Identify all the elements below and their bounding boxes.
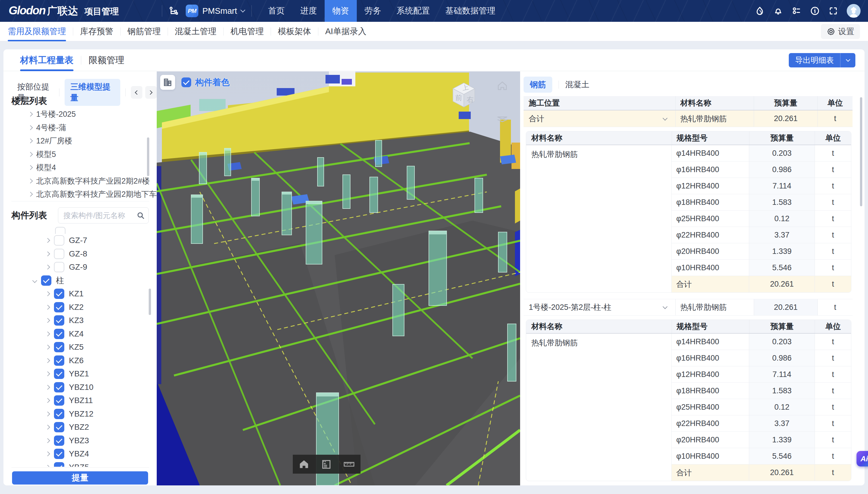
pmsmart-switcher[interactable]: PM PMSmart [186, 5, 244, 17]
chevron-right-icon[interactable] [28, 165, 33, 170]
chevron-right-icon[interactable] [28, 112, 33, 117]
chevron-right-icon[interactable] [45, 331, 50, 336]
mode-3d-model[interactable]: 三维模型提量 [64, 79, 120, 106]
floor-scrollbar[interactable] [147, 137, 149, 176]
chevron-right-icon[interactable] [45, 452, 50, 456]
chevron-right-icon[interactable] [45, 385, 50, 390]
next-page-button[interactable] [145, 86, 157, 99]
collapse-levels-icon[interactable] [496, 114, 509, 125]
floor-item[interactable]: 4号楼-蒲 [3, 121, 150, 135]
chevron-down-icon[interactable] [663, 116, 668, 120]
floor-item[interactable]: 模型4 [3, 161, 150, 174]
extract-quantity-button[interactable]: 提量 [12, 471, 148, 484]
chevron-down-icon[interactable] [663, 304, 668, 309]
component-item[interactable]: YBZ10 [3, 381, 153, 394]
checkbox-checked[interactable] [54, 422, 64, 432]
component-item[interactable]: YBZ11 [3, 394, 153, 407]
subnav-formwork[interactable]: 模板架体 [278, 22, 311, 41]
nav-item-progress[interactable]: 进度 [293, 0, 325, 22]
chevron-right-icon[interactable] [28, 125, 33, 130]
component-item[interactable]: YBZ12 [3, 407, 153, 421]
fullscreen-icon[interactable] [828, 6, 838, 16]
bell-icon[interactable] [773, 6, 783, 16]
chevron-right-icon[interactable] [28, 152, 33, 157]
bim-model-canvas[interactable] [157, 72, 520, 486]
properties-list-icon[interactable] [321, 459, 332, 470]
chevron-right-icon[interactable] [45, 238, 50, 243]
component-item[interactable]: YBZ5 [3, 461, 153, 467]
component-item[interactable]: GZ-7 [3, 234, 153, 247]
chevron-right-icon[interactable] [45, 398, 50, 403]
location-select[interactable]: 合计 [529, 114, 663, 124]
subnav-concrete[interactable]: 混凝土管理 [175, 22, 217, 41]
chevron-right-icon[interactable] [28, 138, 33, 144]
checkbox-checked[interactable] [54, 302, 64, 312]
component-item[interactable]: YBZ2 [3, 421, 153, 434]
component-item[interactable]: KZ3 [3, 314, 153, 327]
checkbox-checked[interactable] [54, 369, 64, 379]
floor-item[interactable]: 北京高新数字科技产业园2期地下车库人防 [3, 188, 150, 201]
checkbox-checked[interactable] [54, 395, 64, 406]
nav-item-labor[interactable]: 劳务 [357, 0, 389, 22]
chevron-right-icon[interactable] [45, 425, 50, 430]
chevron-right-icon[interactable] [45, 438, 50, 443]
chevron-right-icon[interactable] [45, 318, 50, 323]
checkbox-unchecked[interactable] [54, 235, 64, 246]
component-scrollbar[interactable] [149, 289, 151, 315]
checkbox-checked[interactable] [54, 289, 64, 299]
component-item[interactable]: KZ5 [3, 341, 153, 354]
floor-item[interactable]: 1号楼-2025 [3, 108, 150, 121]
export-detail-button[interactable]: 导出明细表 [789, 53, 855, 68]
colorize-checkbox[interactable] [181, 77, 191, 87]
floor-item[interactable]: 模型5 [3, 148, 150, 161]
view-cube[interactable]: 上 前 右 [447, 78, 481, 112]
sitemap-icon[interactable] [168, 6, 178, 16]
subnav-demand-quota[interactable]: 需用及限额管理 [8, 22, 66, 41]
location-group-row[interactable]: 1号楼-2025-第2层-柱-柱 热轧带肋钢筋 20.261 t [523, 299, 852, 316]
subnav-mep[interactable]: 机电管理 [230, 22, 264, 41]
subnav-rebar[interactable]: 钢筋管理 [127, 22, 161, 41]
floor-item[interactable]: 北京高新数字科技产业园2期2#楼 [3, 174, 150, 188]
nav-item-home[interactable]: 首页 [260, 0, 293, 22]
chevron-right-icon[interactable] [45, 345, 50, 350]
tab-concrete[interactable]: 混凝土 [565, 79, 589, 90]
checkbox-unchecked[interactable] [54, 249, 64, 259]
component-item[interactable]: GZ-8 [3, 247, 153, 261]
info-icon[interactable] [810, 6, 820, 16]
search-icon[interactable] [136, 211, 145, 221]
user-avatar[interactable] [847, 4, 861, 18]
chevron-right-icon[interactable] [45, 372, 50, 376]
ai-assistant-button[interactable]: Ai [856, 451, 868, 467]
component-item[interactable]: YBZ1 [3, 367, 153, 381]
checkbox-checked[interactable] [41, 276, 51, 286]
nav-item-materials[interactable]: 物资 [325, 0, 357, 22]
apps-icon[interactable] [792, 6, 801, 16]
checkbox-checked[interactable] [54, 329, 64, 339]
home-icon[interactable] [298, 459, 310, 470]
component-group[interactable]: 柱 [3, 274, 153, 287]
component-item[interactable]: KZ1 [3, 287, 153, 301]
chevron-right-icon[interactable] [45, 265, 50, 270]
subnav-inventory-warning[interactable]: 库存预警 [80, 22, 113, 41]
checkbox-checked[interactable] [54, 462, 64, 467]
component-item[interactable]: YBZ3 [3, 434, 153, 448]
component-item[interactable]: KZ4 [3, 327, 153, 341]
tab-rebar[interactable]: 钢筋 [523, 77, 552, 93]
checkbox-unchecked[interactable] [54, 262, 64, 272]
checkbox-unchecked[interactable] [55, 227, 66, 234]
checkbox-checked[interactable] [54, 315, 64, 326]
flame-icon[interactable] [755, 6, 765, 16]
prev-page-button[interactable] [131, 86, 142, 99]
component-item[interactable]: KZ6 [3, 354, 153, 367]
chevron-down-icon[interactable] [33, 278, 37, 283]
model-viewport[interactable]: 构件着色 上 前 右 [157, 72, 520, 486]
chevron-right-icon[interactable] [45, 465, 50, 467]
subnav-ai-entry[interactable]: AI单据录入 [325, 22, 366, 41]
component-item[interactable]: YBZ4 [3, 447, 153, 461]
location-group-row[interactable]: 合计 热轧带肋钢筋 20.261 t [523, 111, 852, 127]
chevron-right-icon[interactable] [45, 251, 50, 256]
chevron-right-icon[interactable] [28, 192, 33, 197]
chevron-right-icon[interactable] [45, 358, 50, 363]
checkbox-checked[interactable] [54, 409, 64, 419]
tab-quota-management[interactable]: 限额管理 [89, 49, 124, 71]
